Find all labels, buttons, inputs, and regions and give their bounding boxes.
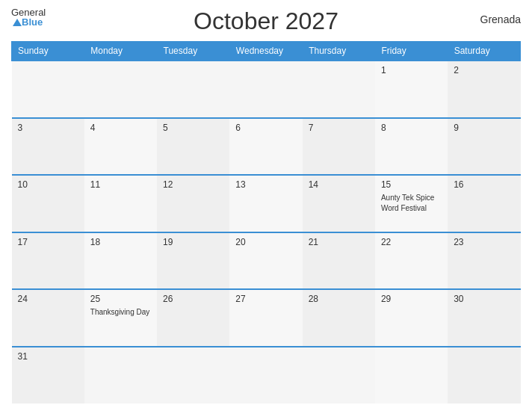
calendar-cell: 4 [84,118,157,176]
calendar-cell: 15Aunty Tek Spice Word Festival [375,175,448,232]
calendar-cell [303,347,375,404]
day-number: 8 [381,123,442,133]
calendar-cell: 23 [448,232,520,290]
day-number: 22 [381,237,442,247]
day-number: 31 [18,351,78,362]
month-title: October 2027 [194,7,338,35]
logo-blue-text: Blue [22,17,43,27]
day-number: 11 [90,179,151,190]
country-label: Grenada [480,13,521,25]
calendar-cell: 30 [448,289,520,347]
calendar-wrapper: General Blue October 2027 Grenada Sunday… [0,0,532,411]
day-number: 15 [381,179,442,190]
day-number: 1 [381,65,442,75]
calendar-cell [229,347,302,404]
weekday-header-thursday: Thursday [303,42,375,61]
calendar-cell: 29 [375,289,448,347]
day-number: 18 [90,237,151,247]
calendar-cell: 7 [303,118,375,176]
calendar-cell: 14 [303,175,375,232]
calendar-header: General Blue October 2027 Grenada [11,7,521,35]
calendar-cell: 28 [303,289,375,347]
calendar-cell: 8 [375,118,448,176]
calendar-cell: 6 [229,118,302,176]
day-number: 17 [18,237,78,247]
calendar-cell: 24 [12,289,84,347]
calendar-cell [157,61,229,118]
calendar-cell: 22 [375,232,448,290]
event-text: Aunty Tek Spice Word Festival [381,194,435,212]
day-number: 30 [454,294,514,304]
weekday-header-monday: Monday [84,42,157,61]
calendar-header-row: SundayMondayTuesdayWednesdayThursdayFrid… [12,42,521,61]
calendar-cell: 2 [448,61,520,118]
calendar-cell [12,61,84,118]
day-number: 23 [454,237,514,247]
calendar-table: SundayMondayTuesdayWednesdayThursdayFrid… [11,41,521,404]
calendar-cell: 25Thanksgiving Day [84,289,157,347]
calendar-cell: 17 [12,232,84,290]
calendar-week-row: 31 [12,347,521,404]
calendar-cell [229,61,302,118]
day-number: 21 [309,237,369,247]
day-number: 2 [454,65,514,75]
day-number: 26 [163,294,223,304]
logo-triangle-icon [13,19,22,26]
calendar-cell [448,347,520,404]
day-number: 12 [163,179,223,190]
calendar-cell: 13 [229,175,302,232]
calendar-cell: 19 [157,232,229,290]
calendar-cell: 12 [157,175,229,232]
logo: General Blue [11,7,46,27]
weekday-header-sunday: Sunday [12,42,84,61]
weekday-header-saturday: Saturday [448,42,520,61]
day-number: 29 [381,294,442,304]
day-number: 20 [235,237,296,247]
day-number: 24 [18,294,78,304]
day-number: 13 [235,179,296,190]
calendar-cell: 27 [229,289,302,347]
day-number: 25 [90,294,151,304]
day-number: 10 [18,179,78,190]
calendar-cell [84,61,157,118]
day-number: 6 [235,123,296,133]
calendar-body: 123456789101112131415Aunty Tek Spice Wor… [12,61,521,404]
calendar-week-row: 3456789 [12,118,521,176]
calendar-cell: 10 [12,175,84,232]
calendar-cell: 26 [157,289,229,347]
calendar-cell: 18 [84,232,157,290]
day-number: 14 [309,179,369,190]
calendar-week-row: 17181920212223 [12,232,521,290]
day-number: 9 [454,123,514,133]
weekday-header-tuesday: Tuesday [157,42,229,61]
calendar-week-row: 12 [12,61,521,118]
calendar-cell: 5 [157,118,229,176]
day-number: 5 [163,123,223,133]
calendar-cell: 21 [303,232,375,290]
calendar-cell: 16 [448,175,520,232]
calendar-cell [375,347,448,404]
day-number: 3 [18,123,78,133]
weekday-header-friday: Friday [375,42,448,61]
calendar-cell: 20 [229,232,302,290]
calendar-cell: 11 [84,175,157,232]
day-number: 16 [454,179,514,190]
calendar-cell: 31 [12,347,84,404]
calendar-cell: 3 [12,118,84,176]
calendar-cell [157,347,229,404]
calendar-cell: 1 [375,61,448,118]
weekday-header-row: SundayMondayTuesdayWednesdayThursdayFrid… [12,42,521,61]
calendar-cell [303,61,375,118]
day-number: 4 [90,123,151,133]
day-number: 7 [309,123,369,133]
calendar-cell: 9 [448,118,520,176]
calendar-week-row: 2425Thanksgiving Day2627282930 [12,289,521,347]
event-text: Thanksgiving Day [90,308,149,316]
weekday-header-wednesday: Wednesday [229,42,302,61]
day-number: 28 [309,294,369,304]
calendar-cell [84,347,157,404]
day-number: 19 [163,237,223,247]
day-number: 27 [235,294,296,304]
calendar-week-row: 101112131415Aunty Tek Spice Word Festiva… [12,175,521,232]
